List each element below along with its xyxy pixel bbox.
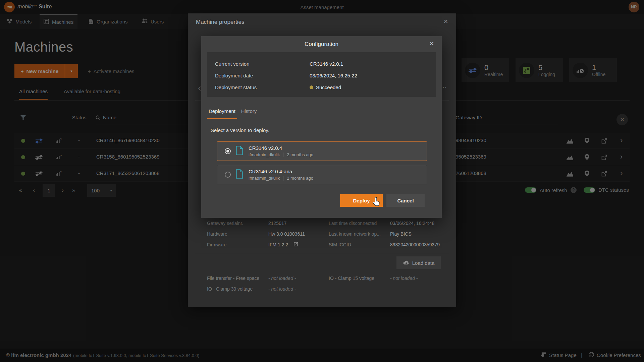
radio-unselected-icon[interactable] — [225, 172, 231, 178]
info-label: Deployment status — [215, 84, 257, 90]
version-name: CR3146 v2.0.4 — [249, 145, 313, 151]
status-text: Succeeded — [316, 84, 341, 90]
info-value: 03/06/2024, 16:25:22 — [310, 73, 357, 78]
tab-history[interactable]: History — [239, 108, 259, 119]
version-option[interactable]: CR3146 v2.0.4-ana ifmadmin_dkulik 2 mont… — [217, 165, 427, 184]
vertical-divider — [283, 176, 283, 181]
app-screen: ifm mobileIoT Suite Asset management NR … — [0, 0, 644, 362]
configuration-dialog: Configuration ✕ Current version CR3146 v… — [201, 36, 442, 218]
deployment-status: Succeeded — [310, 84, 341, 90]
version-author: ifmadmin_dkulik — [249, 152, 280, 157]
select-version-prompt: Select a version to deploy. — [211, 127, 269, 133]
vertical-divider — [283, 153, 283, 157]
dialog-close-icon[interactable]: ✕ — [429, 40, 434, 47]
version-author: ifmadmin_dkulik — [249, 176, 280, 181]
document-icon — [235, 146, 244, 157]
version-age: 2 months ago — [287, 176, 313, 181]
cancel-button[interactable]: Cancel — [386, 194, 425, 207]
info-value: CR3146 v2.0.1 — [310, 61, 343, 67]
version-age: 2 months ago — [287, 152, 313, 157]
dialog-tabs-divider — [207, 119, 436, 119]
info-label: Deployment date — [215, 73, 253, 78]
hand-cursor-icon — [372, 197, 380, 208]
info-label: Current version — [215, 61, 250, 67]
document-icon — [235, 169, 244, 180]
version-option-text: CR3146 v2.0.4-ana ifmadmin_dkulik 2 mont… — [249, 169, 313, 181]
deployment-info-panel: Current version CR3146 v2.0.1 Deployment… — [207, 52, 436, 97]
version-option-text: CR3146 v2.0.4 ifmadmin_dkulik 2 months a… — [249, 145, 313, 157]
version-name: CR3146 v2.0.4-ana — [249, 169, 313, 174]
status-succeeded-dot-icon — [310, 85, 313, 89]
version-option-selected[interactable]: CR3146 v2.0.4 ifmadmin_dkulik 2 months a… — [217, 141, 427, 161]
dialog-title: Configuration — [201, 41, 442, 48]
tab-deployment[interactable]: Deployment — [207, 108, 237, 119]
radio-selected-icon[interactable] — [225, 148, 231, 154]
